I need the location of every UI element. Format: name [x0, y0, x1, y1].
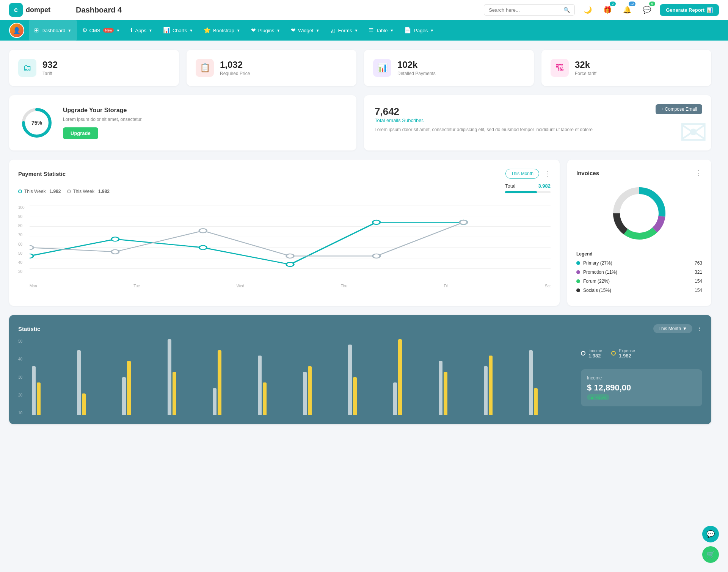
socials-label: Socials (15%): [583, 288, 611, 293]
upgrade-description: Lorem ipsum dolor sit amet, onsectetur.: [63, 117, 143, 122]
sidebar-item-forms[interactable]: 🖨 Forms ▼: [325, 20, 364, 41]
bell-icon: 🔔: [623, 6, 631, 14]
payment-header: Payment Statistic This Month ⋮: [18, 169, 551, 179]
sidebar-item-dashboard[interactable]: ⊞ Dashboard ▼: [29, 20, 77, 41]
app-name: dompet: [26, 6, 50, 14]
promotion-color-dot: [576, 270, 580, 274]
gift-icon: 🎁: [603, 6, 612, 14]
email-bg-icon: ✉: [679, 113, 708, 150]
legend2-value: 1.982: [98, 189, 110, 194]
upgrade-card: 75% Upgrade Your Storage Lorem ipsum dol…: [9, 95, 356, 150]
widget-icon: ❤: [291, 27, 296, 34]
nav-cms-label: CMS: [89, 28, 100, 33]
plugins-icon: ❤: [251, 27, 256, 34]
search-input[interactable]: [489, 7, 560, 13]
chat-badge: 5: [649, 2, 655, 6]
nav-widget-label: Widget: [298, 28, 313, 33]
chevron-down-icon: ▼: [682, 326, 687, 331]
income-panel-label: Income: [587, 375, 696, 381]
bar-white: [484, 366, 488, 415]
legend-this-week-2: This Week 1.982: [67, 183, 110, 199]
generate-report-label: Generate Report: [666, 7, 704, 13]
expense-item: Expense 1.982: [611, 348, 635, 359]
payments-value: 102k: [397, 60, 436, 70]
upgrade-button[interactable]: Upgrade: [63, 127, 98, 139]
statistic-filter-label: This Month: [659, 326, 681, 331]
this-month-filter[interactable]: This Month: [505, 169, 539, 179]
svg-point-18: [286, 254, 294, 258]
upgrade-text: Upgrade Your Storage Lorem ipsum dolor s…: [63, 107, 143, 139]
primary-color-dot: [576, 261, 580, 265]
promotion-label: Promotion (11%): [583, 270, 617, 275]
invoices-card: Invoices ⋮: [567, 160, 711, 306]
sidebar-item-pages[interactable]: 📄 Pages ▼: [399, 20, 439, 41]
force-tariff-label: Force tariff: [575, 71, 596, 76]
bar-yellow: [534, 388, 538, 415]
chevron-down-icon: ▼: [276, 28, 280, 33]
invoices-title: Invoices: [576, 170, 599, 176]
generate-report-button[interactable]: Generate Report 📊: [660, 4, 719, 16]
nav-apps-label: Apps: [135, 28, 146, 33]
gift-button[interactable]: 🎁 2: [601, 3, 614, 17]
x-label-sat: Sat: [545, 284, 551, 288]
table-icon: ☰: [369, 27, 373, 34]
socials-count: 154: [695, 288, 702, 293]
middle-row: 75% Upgrade Your Storage Lorem ipsum dol…: [9, 95, 711, 150]
statistic-month-filter[interactable]: This Month ▼: [653, 324, 692, 333]
bar-yellow: [218, 350, 221, 415]
cms-icon: ⚙: [82, 27, 87, 34]
stat-cards-row: 🗂 932 Tariff 📋 1,032 Required Price 📊 10…: [9, 50, 711, 86]
bar-white: [32, 366, 36, 415]
bar-group: [439, 339, 482, 415]
search-bar[interactable]: 🔍: [484, 4, 575, 16]
email-description: Lorem ipsum dolor sit amet, consectetur …: [375, 126, 701, 133]
notifications-button[interactable]: 🔔 12: [620, 3, 634, 17]
statistic-more-options[interactable]: ⋮: [697, 326, 702, 332]
total-label: Total: [505, 183, 515, 189]
force-tariff-info: 32k Force tariff: [575, 60, 596, 76]
navbar: 👤 ⊞ Dashboard ▼ ⚙ CMS New ▼ ℹ Apps ▼ 📊 C…: [0, 20, 728, 41]
nav-plugins-label: Plugins: [258, 28, 275, 33]
sidebar-item-charts[interactable]: 📊 Charts ▼: [158, 20, 198, 41]
dark-mode-button[interactable]: 🌙: [581, 3, 595, 17]
bar-white: [529, 350, 533, 415]
nav-forms-label: Forms: [338, 28, 352, 33]
upgrade-title: Upgrade Your Storage: [63, 107, 143, 114]
line-chart-wrapper: 100 90 80 70 60 50 40 30: [18, 205, 551, 289]
sidebar-item-bootstrap[interactable]: ⭐ Bootstrap ▼: [198, 20, 246, 41]
income-amount: $ 12,890,00: [587, 383, 696, 393]
bar-group: [348, 339, 391, 415]
sidebar-item-cms[interactable]: ⚙ CMS New ▼: [77, 20, 126, 41]
bar-chart-container: 50 40 30 20 10: [18, 339, 572, 415]
dashboard-icon: ⊞: [34, 27, 39, 34]
statistic-title: Statistic: [18, 326, 40, 332]
statistic-right-panel: Income 1.982 Expense 1.982 Income $: [581, 339, 702, 415]
nav-table-label: Table: [376, 28, 388, 33]
nav-dashboard-label: Dashboard: [41, 28, 66, 33]
svg-point-10: [111, 237, 119, 241]
legend1-label: This Week: [24, 189, 46, 194]
payment-more-options[interactable]: ⋮: [544, 169, 551, 178]
required-price-value: 1,032: [220, 60, 250, 70]
payments-label: Detalled Payments: [397, 71, 436, 76]
sidebar-item-table[interactable]: ☰ Table ▼: [363, 20, 399, 41]
bootstrap-icon: ⭐: [204, 27, 211, 34]
sidebar-item-widget[interactable]: ❤ Widget ▼: [286, 20, 325, 41]
statistic-header: Statistic This Month ▼ ⋮: [18, 324, 702, 333]
chevron-down-icon: ▼: [68, 28, 72, 33]
bar-group: [77, 339, 120, 415]
logo: c dompet: [9, 3, 70, 17]
bar-white: [303, 372, 307, 415]
email-card: + Compose Email 7,642 Total emails Subcr…: [364, 95, 711, 150]
bar-yellow: [82, 393, 86, 415]
bar-yellow: [444, 372, 447, 415]
chat-button[interactable]: 💬 5: [640, 3, 654, 17]
invoices-donut-svg: [609, 183, 670, 244]
sidebar-item-plugins[interactable]: ❤ Plugins ▼: [246, 20, 286, 41]
legend-this-week-1: This Week 1.982: [18, 183, 61, 199]
socials-color-dot: [576, 288, 580, 292]
chevron-down-icon: ▼: [316, 28, 320, 33]
sidebar-item-apps[interactable]: ℹ Apps ▼: [125, 20, 158, 41]
invoices-more-options[interactable]: ⋮: [695, 169, 702, 177]
bar-yellow: [127, 361, 131, 415]
